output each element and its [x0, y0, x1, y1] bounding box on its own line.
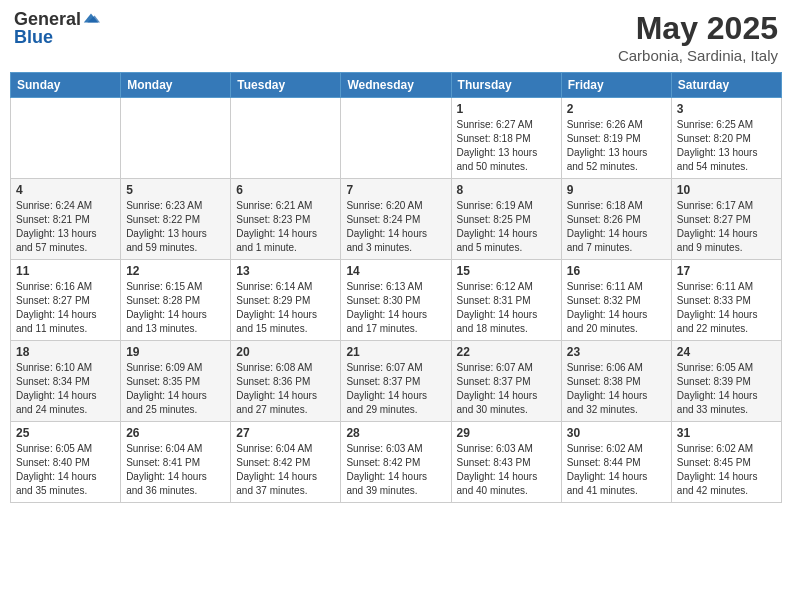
day-header-thursday: Thursday: [451, 73, 561, 98]
calendar-cell: 30Sunrise: 6:02 AM Sunset: 8:44 PM Dayli…: [561, 422, 671, 503]
day-info: Sunrise: 6:11 AM Sunset: 8:33 PM Dayligh…: [677, 280, 776, 336]
calendar-cell: 1Sunrise: 6:27 AM Sunset: 8:18 PM Daylig…: [451, 98, 561, 179]
day-number: 11: [16, 264, 115, 278]
calendar-cell: 10Sunrise: 6:17 AM Sunset: 8:27 PM Dayli…: [671, 179, 781, 260]
calendar-cell: 6Sunrise: 6:21 AM Sunset: 8:23 PM Daylig…: [231, 179, 341, 260]
calendar-cell: 19Sunrise: 6:09 AM Sunset: 8:35 PM Dayli…: [121, 341, 231, 422]
calendar-cell: 4Sunrise: 6:24 AM Sunset: 8:21 PM Daylig…: [11, 179, 121, 260]
day-info: Sunrise: 6:20 AM Sunset: 8:24 PM Dayligh…: [346, 199, 445, 255]
calendar-cell: 22Sunrise: 6:07 AM Sunset: 8:37 PM Dayli…: [451, 341, 561, 422]
calendar-cell: 14Sunrise: 6:13 AM Sunset: 8:30 PM Dayli…: [341, 260, 451, 341]
calendar-body: 1Sunrise: 6:27 AM Sunset: 8:18 PM Daylig…: [11, 98, 782, 503]
calendar-cell: 17Sunrise: 6:11 AM Sunset: 8:33 PM Dayli…: [671, 260, 781, 341]
day-number: 25: [16, 426, 115, 440]
calendar-cell: 8Sunrise: 6:19 AM Sunset: 8:25 PM Daylig…: [451, 179, 561, 260]
day-info: Sunrise: 6:03 AM Sunset: 8:43 PM Dayligh…: [457, 442, 556, 498]
day-number: 30: [567, 426, 666, 440]
calendar-cell: [121, 98, 231, 179]
day-number: 12: [126, 264, 225, 278]
calendar-week-3: 11Sunrise: 6:16 AM Sunset: 8:27 PM Dayli…: [11, 260, 782, 341]
day-number: 19: [126, 345, 225, 359]
day-header-sunday: Sunday: [11, 73, 121, 98]
page-title: May 2025: [618, 10, 778, 47]
calendar-week-5: 25Sunrise: 6:05 AM Sunset: 8:40 PM Dayli…: [11, 422, 782, 503]
day-header-friday: Friday: [561, 73, 671, 98]
day-info: Sunrise: 6:14 AM Sunset: 8:29 PM Dayligh…: [236, 280, 335, 336]
day-number: 9: [567, 183, 666, 197]
logo-icon: [82, 10, 100, 28]
logo: General Blue: [14, 10, 100, 47]
calendar-cell: 26Sunrise: 6:04 AM Sunset: 8:41 PM Dayli…: [121, 422, 231, 503]
day-info: Sunrise: 6:27 AM Sunset: 8:18 PM Dayligh…: [457, 118, 556, 174]
day-number: 6: [236, 183, 335, 197]
day-info: Sunrise: 6:07 AM Sunset: 8:37 PM Dayligh…: [346, 361, 445, 417]
calendar-cell: 3Sunrise: 6:25 AM Sunset: 8:20 PM Daylig…: [671, 98, 781, 179]
day-number: 28: [346, 426, 445, 440]
calendar-week-1: 1Sunrise: 6:27 AM Sunset: 8:18 PM Daylig…: [11, 98, 782, 179]
calendar-cell: 13Sunrise: 6:14 AM Sunset: 8:29 PM Dayli…: [231, 260, 341, 341]
calendar-cell: [11, 98, 121, 179]
day-info: Sunrise: 6:06 AM Sunset: 8:38 PM Dayligh…: [567, 361, 666, 417]
day-number: 7: [346, 183, 445, 197]
calendar-cell: 23Sunrise: 6:06 AM Sunset: 8:38 PM Dayli…: [561, 341, 671, 422]
logo-general: General: [14, 10, 81, 28]
day-number: 20: [236, 345, 335, 359]
day-info: Sunrise: 6:03 AM Sunset: 8:42 PM Dayligh…: [346, 442, 445, 498]
day-number: 27: [236, 426, 335, 440]
calendar-cell: 11Sunrise: 6:16 AM Sunset: 8:27 PM Dayli…: [11, 260, 121, 341]
title-block: May 2025 Carbonia, Sardinia, Italy: [618, 10, 778, 64]
day-number: 14: [346, 264, 445, 278]
calendar-cell: 9Sunrise: 6:18 AM Sunset: 8:26 PM Daylig…: [561, 179, 671, 260]
calendar-cell: [341, 98, 451, 179]
day-header-saturday: Saturday: [671, 73, 781, 98]
days-of-week-row: SundayMondayTuesdayWednesdayThursdayFrid…: [11, 73, 782, 98]
calendar-cell: [231, 98, 341, 179]
day-info: Sunrise: 6:07 AM Sunset: 8:37 PM Dayligh…: [457, 361, 556, 417]
calendar-table: SundayMondayTuesdayWednesdayThursdayFrid…: [10, 72, 782, 503]
day-number: 5: [126, 183, 225, 197]
day-info: Sunrise: 6:05 AM Sunset: 8:40 PM Dayligh…: [16, 442, 115, 498]
day-number: 10: [677, 183, 776, 197]
day-number: 23: [567, 345, 666, 359]
calendar-cell: 5Sunrise: 6:23 AM Sunset: 8:22 PM Daylig…: [121, 179, 231, 260]
day-info: Sunrise: 6:16 AM Sunset: 8:27 PM Dayligh…: [16, 280, 115, 336]
calendar-header: SundayMondayTuesdayWednesdayThursdayFrid…: [11, 73, 782, 98]
calendar-cell: 24Sunrise: 6:05 AM Sunset: 8:39 PM Dayli…: [671, 341, 781, 422]
page-subtitle: Carbonia, Sardinia, Italy: [618, 47, 778, 64]
day-info: Sunrise: 6:12 AM Sunset: 8:31 PM Dayligh…: [457, 280, 556, 336]
day-info: Sunrise: 6:24 AM Sunset: 8:21 PM Dayligh…: [16, 199, 115, 255]
day-number: 15: [457, 264, 556, 278]
day-info: Sunrise: 6:04 AM Sunset: 8:42 PM Dayligh…: [236, 442, 335, 498]
day-number: 17: [677, 264, 776, 278]
day-number: 3: [677, 102, 776, 116]
day-number: 24: [677, 345, 776, 359]
day-info: Sunrise: 6:04 AM Sunset: 8:41 PM Dayligh…: [126, 442, 225, 498]
day-number: 16: [567, 264, 666, 278]
calendar-cell: 21Sunrise: 6:07 AM Sunset: 8:37 PM Dayli…: [341, 341, 451, 422]
day-number: 2: [567, 102, 666, 116]
day-number: 4: [16, 183, 115, 197]
calendar-cell: 29Sunrise: 6:03 AM Sunset: 8:43 PM Dayli…: [451, 422, 561, 503]
day-number: 29: [457, 426, 556, 440]
day-header-wednesday: Wednesday: [341, 73, 451, 98]
logo-blue: Blue: [14, 27, 53, 47]
day-number: 22: [457, 345, 556, 359]
calendar-cell: 7Sunrise: 6:20 AM Sunset: 8:24 PM Daylig…: [341, 179, 451, 260]
day-info: Sunrise: 6:13 AM Sunset: 8:30 PM Dayligh…: [346, 280, 445, 336]
day-info: Sunrise: 6:15 AM Sunset: 8:28 PM Dayligh…: [126, 280, 225, 336]
calendar-cell: 16Sunrise: 6:11 AM Sunset: 8:32 PM Dayli…: [561, 260, 671, 341]
calendar-cell: 31Sunrise: 6:02 AM Sunset: 8:45 PM Dayli…: [671, 422, 781, 503]
calendar-cell: 28Sunrise: 6:03 AM Sunset: 8:42 PM Dayli…: [341, 422, 451, 503]
day-info: Sunrise: 6:17 AM Sunset: 8:27 PM Dayligh…: [677, 199, 776, 255]
calendar-cell: 12Sunrise: 6:15 AM Sunset: 8:28 PM Dayli…: [121, 260, 231, 341]
day-info: Sunrise: 6:18 AM Sunset: 8:26 PM Dayligh…: [567, 199, 666, 255]
day-number: 26: [126, 426, 225, 440]
day-header-monday: Monday: [121, 73, 231, 98]
day-info: Sunrise: 6:23 AM Sunset: 8:22 PM Dayligh…: [126, 199, 225, 255]
day-number: 1: [457, 102, 556, 116]
day-number: 8: [457, 183, 556, 197]
day-info: Sunrise: 6:09 AM Sunset: 8:35 PM Dayligh…: [126, 361, 225, 417]
calendar-cell: 20Sunrise: 6:08 AM Sunset: 8:36 PM Dayli…: [231, 341, 341, 422]
calendar-week-2: 4Sunrise: 6:24 AM Sunset: 8:21 PM Daylig…: [11, 179, 782, 260]
day-number: 18: [16, 345, 115, 359]
